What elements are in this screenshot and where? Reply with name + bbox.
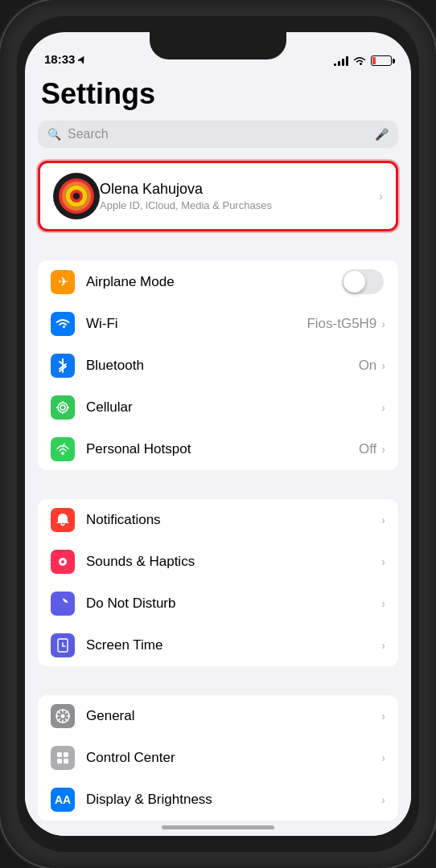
notifications-icon	[51, 508, 75, 532]
svg-rect-32	[57, 759, 62, 764]
status-time: 18:33	[44, 52, 86, 66]
section-connectivity: ✈ Airplane Mode	[25, 260, 411, 470]
row-control-center[interactable]: Control Center ›	[38, 737, 398, 779]
wifi-label: Wi-Fi	[86, 316, 306, 332]
signal-bars	[334, 56, 348, 66]
screen-time-icon	[51, 633, 75, 657]
dnd-label: Do Not Disturb	[86, 596, 381, 612]
settings-group-connectivity: ✈ Airplane Mode	[38, 260, 398, 470]
row-airplane-mode[interactable]: ✈ Airplane Mode	[38, 260, 398, 303]
airplane-mode-label: Airplane Mode	[86, 274, 342, 290]
airplane-mode-icon: ✈	[51, 270, 75, 294]
profile-chevron: ›	[379, 190, 383, 203]
microphone-icon: 🎤	[375, 128, 389, 141]
row-bluetooth[interactable]: Bluetooth On ›	[38, 345, 398, 387]
general-chevron: ›	[381, 710, 385, 723]
wifi-chevron: ›	[381, 317, 385, 330]
svg-line-26	[58, 711, 60, 714]
wifi-icon	[51, 312, 75, 336]
hotspot-value: Off	[359, 441, 376, 457]
general-label: General	[86, 708, 381, 724]
settings-content[interactable]: Settings 🔍 Search 🎤	[25, 71, 411, 836]
notifications-label: Notifications	[86, 512, 381, 528]
sounds-chevron: ›	[381, 555, 385, 568]
svg-rect-31	[64, 752, 68, 757]
svg-rect-33	[64, 759, 68, 764]
bluetooth-label: Bluetooth	[86, 358, 359, 374]
row-cellular[interactable]: Cellular ›	[38, 387, 398, 428]
profile-info: Olena Kahujova Apple ID, iCloud, Media &…	[100, 181, 379, 211]
svg-point-16	[61, 560, 64, 563]
svg-point-21	[61, 714, 65, 719]
status-icons	[334, 55, 392, 66]
search-bar[interactable]: 🔍 Search 🎤	[38, 121, 398, 148]
phone-body: 18:33	[17, 16, 419, 852]
screen: 18:33	[25, 32, 411, 836]
row-screen-time[interactable]: Screen Time ›	[38, 624, 398, 666]
row-hotspot[interactable]: Personal Hotspot Off ›	[38, 428, 398, 470]
svg-rect-30	[57, 752, 62, 757]
screen-time-chevron: ›	[381, 639, 385, 652]
home-indicator	[162, 825, 274, 829]
bluetooth-chevron: ›	[381, 359, 385, 372]
profile-avatar	[53, 173, 100, 219]
cellular-label: Cellular	[86, 399, 381, 416]
cellular-icon	[51, 395, 75, 420]
wifi-status-icon	[353, 56, 366, 66]
battery-status-icon	[371, 55, 392, 66]
bluetooth-icon	[51, 354, 75, 378]
location-icon	[78, 55, 86, 63]
control-center-icon	[51, 746, 75, 770]
display-chevron: ›	[381, 793, 385, 806]
svg-line-27	[66, 719, 68, 722]
row-notifications[interactable]: Notifications ›	[38, 499, 398, 541]
svg-point-7	[58, 403, 68, 412]
control-center-label: Control Center	[86, 750, 381, 766]
svg-point-13	[61, 452, 64, 455]
svg-point-8	[60, 405, 65, 410]
bluetooth-value: On	[359, 358, 377, 374]
notifications-chevron: ›	[381, 514, 385, 526]
control-center-chevron: ›	[381, 751, 385, 764]
hotspot-icon	[51, 437, 75, 461]
search-input[interactable]: Search	[68, 127, 368, 141]
profile-row[interactable]: Olena Kahujova Apple ID, iCloud, Media &…	[38, 161, 398, 231]
page-title: Settings	[25, 71, 411, 121]
row-dnd[interactable]: Do Not Disturb ›	[38, 583, 398, 624]
cellular-chevron: ›	[381, 401, 385, 414]
svg-line-29	[58, 719, 60, 722]
hotspot-label: Personal Hotspot	[86, 441, 359, 457]
row-sounds[interactable]: Sounds & Haptics ›	[38, 541, 398, 583]
hotspot-chevron: ›	[381, 443, 385, 456]
settings-group-notifications: Notifications › Sounds & Hapti	[38, 499, 398, 666]
dnd-icon	[51, 592, 75, 616]
wifi-value: Fios-tG5H9	[306, 316, 376, 332]
sounds-icon	[51, 550, 75, 574]
profile-subtitle: Apple ID, iCloud, Media & Purchases	[100, 199, 379, 211]
phone-frame: 18:33	[0, 0, 436, 868]
row-display[interactable]: AA Display & Brightness ›	[38, 779, 398, 821]
sounds-label: Sounds & Haptics	[86, 554, 381, 570]
svg-point-6	[73, 193, 80, 199]
section-system: General ›	[25, 695, 411, 821]
display-label: Display & Brightness	[86, 792, 381, 808]
notch	[150, 32, 286, 59]
screen-time-label: Screen Time	[86, 637, 381, 653]
airplane-mode-toggle[interactable]	[342, 269, 384, 294]
toggle-knob	[343, 271, 365, 293]
dnd-chevron: ›	[381, 597, 385, 610]
search-icon: 🔍	[47, 128, 61, 141]
row-wifi[interactable]: Wi-Fi Fios-tG5H9 ›	[38, 303, 398, 345]
settings-group-system: General ›	[38, 695, 398, 821]
display-icon: AA	[51, 788, 75, 812]
profile-name: Olena Kahujova	[100, 181, 379, 198]
row-general[interactable]: General ›	[38, 695, 398, 737]
general-icon	[51, 704, 75, 728]
svg-line-28	[66, 711, 68, 714]
section-notifications: Notifications › Sounds & Hapti	[25, 499, 411, 666]
svg-marker-0	[78, 55, 86, 63]
